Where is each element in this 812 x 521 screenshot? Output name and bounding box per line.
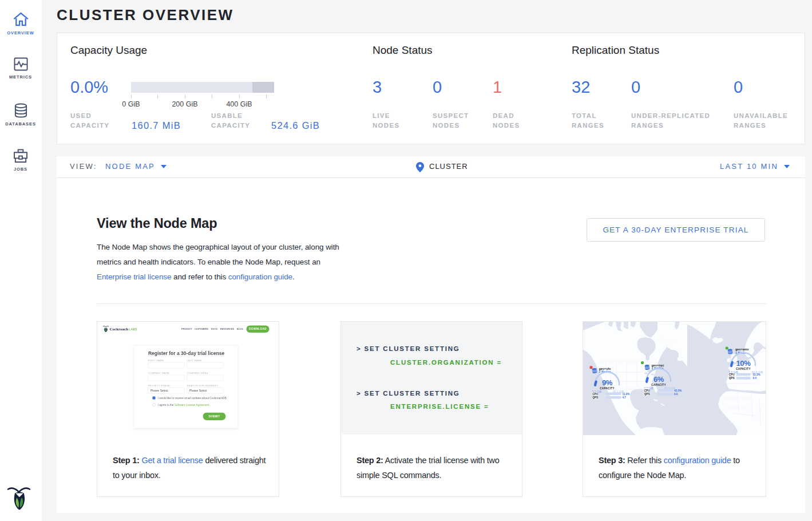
svg-text:CAPACITY: CAPACITY xyxy=(736,368,751,370)
svg-text:10%: 10% xyxy=(736,359,751,368)
svg-text:Cockroach: Cockroach xyxy=(110,327,129,331)
svg-text:6%: 6% xyxy=(653,375,664,384)
svg-text:CPU: CPU xyxy=(644,389,650,392)
svg-text:52.3%: 52.3% xyxy=(753,373,760,376)
svg-text:QPS: QPS xyxy=(644,393,650,396)
svg-text:LABS: LABS xyxy=(129,328,137,331)
svg-text:QPS: QPS xyxy=(729,377,735,380)
svg-text:CPU: CPU xyxy=(592,393,598,396)
svg-text:11.0%: 11.0% xyxy=(623,393,630,396)
svg-text:QPS: QPS xyxy=(592,396,598,399)
svg-text:42.5%: 42.5% xyxy=(674,389,682,392)
svg-text:9%: 9% xyxy=(602,378,613,387)
svg-text:0.4: 0.4 xyxy=(753,377,757,380)
svg-text:0.0: 0.0 xyxy=(674,393,678,396)
svg-text:4.7: 4.7 xyxy=(623,396,627,399)
svg-text:CPU: CPU xyxy=(729,373,735,376)
